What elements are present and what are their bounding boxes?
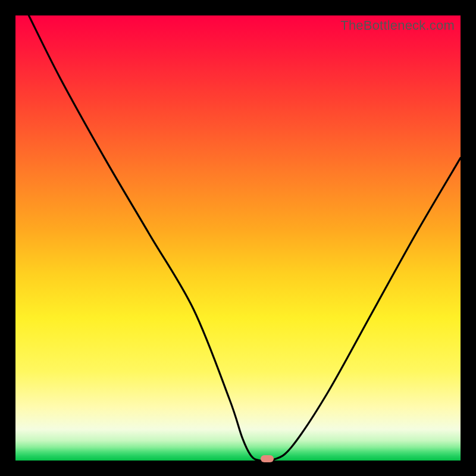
chart-frame: TheBottleneck.com <box>0 0 476 476</box>
optimal-marker <box>261 455 274 462</box>
bottleneck-curve <box>15 15 461 461</box>
plot-area: TheBottleneck.com <box>15 15 461 461</box>
curve-path <box>29 15 461 461</box>
